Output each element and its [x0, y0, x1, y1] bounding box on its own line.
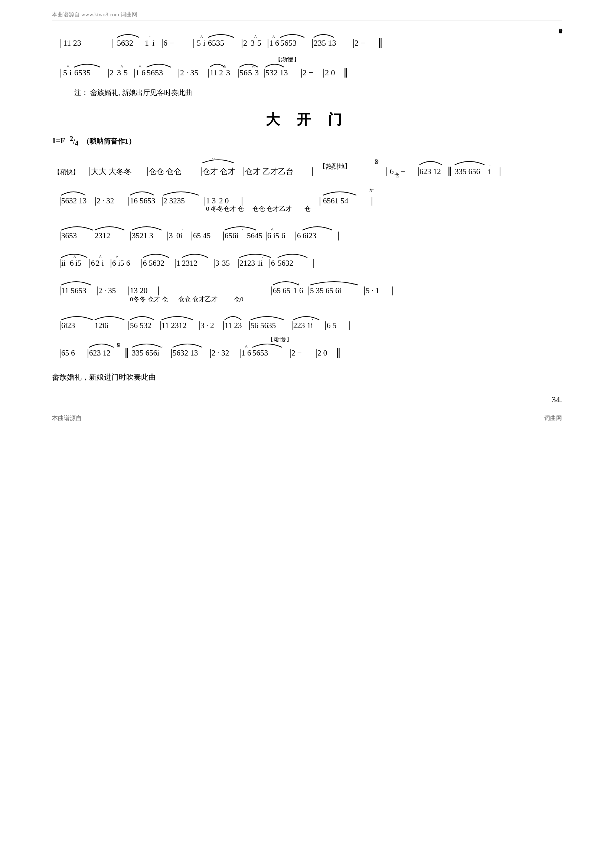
svg-text:223 1i: 223 1i [293, 321, 313, 330]
svg-text:1 3: 1 3 [206, 196, 216, 205]
svg-text:^: ^ [223, 64, 226, 70]
svg-text:6: 6 [141, 68, 146, 77]
svg-text:0冬冬: 0冬冬 [130, 296, 146, 303]
svg-text:2  0: 2 0 [317, 349, 327, 357]
svg-text:1: 1 [176, 259, 180, 268]
svg-text:仓: 仓 [304, 205, 311, 212]
svg-text:2123 1: 2123 1 [239, 259, 261, 268]
svg-text:仓仓  仓仓: 仓仓 仓仓 [149, 167, 181, 176]
svg-text:i: i [102, 259, 104, 268]
svg-text:^: ^ [139, 64, 141, 70]
bottom-bar: 本曲谱源自 词曲网 [52, 412, 562, 422]
svg-text:6535: 6535 [74, 68, 91, 77]
svg-text:·: · [312, 317, 313, 322]
section2-title: 大 开 门 [52, 110, 562, 129]
svg-text:·: · [262, 254, 263, 260]
svg-text:3: 3 [215, 259, 219, 268]
logo-text: 本曲谱源自 www.ktwo8.com 词曲网 [52, 11, 137, 18]
svg-text:i5: i5 [273, 231, 279, 240]
svg-text:tr: tr [369, 187, 374, 193]
svg-text:5 · 1: 5 · 1 [366, 286, 379, 295]
svg-text:仓才  乙才乙台: 仓才 乙才乙台 [245, 167, 294, 176]
svg-text:仓才 仓: 仓才 仓 [223, 205, 244, 212]
svg-text:2: 2 [243, 38, 247, 48]
svg-text:5653: 5653 [253, 349, 268, 357]
svg-text:2 0: 2 0 [219, 196, 229, 205]
svg-text:3521 3: 3521 3 [132, 231, 154, 240]
svg-text:11: 11 [210, 68, 217, 77]
svg-text:623 12: 623 12 [89, 349, 111, 357]
svg-text:3 · 2: 3 · 2 [200, 321, 214, 330]
svg-text:1: 1 [293, 286, 297, 295]
svg-text:^: ^ [254, 34, 257, 40]
svg-text:6 5632: 6 5632 [143, 259, 164, 268]
svg-text:^: ^ [200, 34, 203, 40]
svg-text:1: 1 [241, 349, 245, 357]
page-number: 34. [52, 395, 562, 405]
svg-text:^: ^ [99, 254, 102, 260]
svg-text:2  0: 2 0 [325, 68, 335, 77]
svg-text:−: − [401, 167, 405, 176]
svg-text:｜: ｜ [345, 320, 354, 330]
svg-text:仓仓 仓才乙才: 仓仓 仓才乙才 [178, 296, 217, 303]
svg-text:6561  54: 6561 54 [323, 196, 349, 205]
svg-text:2 · 32: 2 · 32 [96, 196, 114, 205]
svg-text:^: ^ [67, 64, 70, 70]
top-bar: 本曲谱源自 www.ktwo8.com 词曲网 [52, 11, 562, 20]
svg-text:【渐慢】: 【渐慢】 [267, 337, 293, 343]
svg-text:i: i [488, 167, 490, 176]
svg-text:3: 3 [169, 231, 173, 240]
section1-annotation: 注： 畲族婚礼, 新娘出厅见客时奏此曲 [74, 87, 562, 99]
svg-text:16 5653: 16 5653 [130, 196, 155, 205]
svg-text:656i: 656i [225, 231, 239, 240]
svg-text:^: ^ [273, 34, 275, 40]
svg-text:𝄋: 𝄋 [375, 157, 378, 167]
svg-text:i: i [152, 38, 154, 48]
score-line-2: ｜ 5 ^ i 6535 ｜ 2 3 ^ 5 ｜ 1 ^ 6 5653 ｜ [52, 57, 562, 83]
svg-text:2 3235: 2 3235 [163, 196, 185, 205]
svg-text:65 65: 65 65 [273, 286, 290, 295]
svg-text:··: ·· [61, 317, 64, 322]
svg-text:｜: ｜ [308, 166, 317, 176]
svg-text:5632 13: 5632 13 [173, 349, 198, 357]
svg-text:11 5653: 11 5653 [61, 286, 86, 295]
svg-text:6i23: 6i23 [302, 231, 316, 240]
svg-text:【渐慢】: 【渐慢】 [275, 57, 300, 63]
svg-text:2 · 35: 2 · 35 [180, 68, 198, 77]
svg-text:235 13: 235 13 [314, 38, 336, 48]
svg-text:‖: ‖ [343, 67, 348, 78]
svg-text:11 2312: 11 2312 [161, 321, 186, 330]
svg-text:6535: 6535 [208, 38, 224, 48]
svg-text:2312: 2312 [182, 259, 197, 268]
svg-text:11 23: 11 23 [225, 321, 242, 330]
tempo-mark: 1=F 2/4 （唢呐筒音作1） [52, 135, 562, 147]
svg-text:2i6: 2i6 [98, 321, 109, 330]
svg-text:··: ·· [95, 317, 98, 322]
svg-text:6: 6 [126, 259, 130, 268]
svg-text:3: 3 [226, 68, 230, 77]
svg-text:5: 5 [248, 68, 252, 77]
svg-text:13  20: 13 20 [130, 286, 147, 295]
svg-text:5: 5 [124, 68, 128, 77]
svg-text:5645: 5645 [247, 231, 262, 240]
svg-text:532 13: 532 13 [265, 68, 288, 77]
svg-text:｜: ｜ [237, 195, 247, 206]
svg-text:5632 13: 5632 13 [61, 196, 87, 205]
svg-text:623 12: 623 12 [420, 167, 441, 176]
score-line-dakaimen-2: ｜ 5632 13 ｜ 2 · 32 ｜ 16 5653 ｜ 2 3235 ｜ … [52, 185, 562, 218]
svg-text:仓才 仓: 仓才 仓 [148, 296, 168, 303]
score-line-dakaimen-6: ｜ 6i23 ·· 1 2i6 ·· ｜ 56 532 ｜ 11 2312 ｜ … [52, 310, 562, 335]
svg-text:5 35 65 6i: 5 35 65 6i [310, 286, 341, 295]
score-line-dakaimen-5: ｜ 11 5653 ｜ 2 · 35 ｜ 13 20 ｜ 0冬冬 仓才 仓 仓仓… [52, 274, 562, 308]
svg-text:6: 6 [275, 38, 279, 48]
section1: 𝄋 ｜ 11 23 ｜ 5632 1 · i ｜ 6 − ｜ 5 ^ [52, 27, 562, 99]
score-line-1: ｜ 11 23 ｜ 5632 1 · i ｜ 6 − ｜ 5 ^ i [52, 27, 562, 53]
svg-text:56 532: 56 532 [130, 321, 152, 330]
section2-title-area: 大 开 门 [52, 110, 562, 129]
svg-text:65 45: 65 45 [193, 231, 211, 240]
svg-text:【热烈地】: 【热烈地】 [319, 163, 351, 170]
score-line-dakaimen-4: ｜ ii ·· 6 ^ i5 ｜ 6 2 ^ i ｜ 6 ^ i5 6 ｜ [52, 247, 562, 273]
svg-text:仓: 仓 [394, 172, 399, 178]
svg-text:2: 2 [219, 68, 223, 77]
svg-text:6: 6 [112, 259, 116, 268]
